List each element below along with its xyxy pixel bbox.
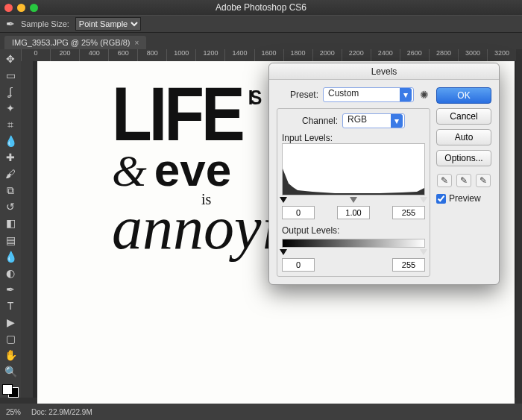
pen-tool[interactable]: ✒ [2,283,19,296]
input-gamma-slider[interactable] [350,197,357,203]
options-bar: ✒ Sample Size: Point Sample [0,15,522,33]
preset-select[interactable]: Custom [323,87,414,102]
document-tab-bar: IMG_3953.JPG @ 25% (RGB/8) × [0,33,522,49]
output-black-slider[interactable] [280,249,287,255]
ruler-tick: 1400 [224,49,254,61]
preset-menu-icon[interactable]: ✺ [418,89,430,101]
history-brush-tool[interactable]: ↺ [2,200,19,213]
app-title: Adobe Photoshop CS6 [0,2,522,13]
preview-checkbox[interactable] [436,194,446,204]
ruler-tick: 2200 [342,49,371,61]
ruler-tick: 1600 [254,49,283,61]
input-white-field[interactable] [392,206,425,219]
document-tab-label: IMG_3953.JPG @ 25% (RGB/8) [12,38,130,47]
input-gamma-field[interactable] [337,206,370,219]
ruler-tick: 1800 [283,49,312,61]
input-black-slider[interactable] [280,197,287,203]
output-levels-label: Output Levels: [282,225,425,236]
spot-heal-tool[interactable]: ✚ [2,151,19,164]
channel-select[interactable]: RGB [342,113,405,128]
status-zoom[interactable]: 25% [6,408,21,416]
lasso-tool[interactable]: ʆ [2,85,19,98]
ruler-tick: 3000 [458,49,487,61]
foreground-swatch[interactable] [2,384,13,395]
output-white-field[interactable] [392,258,425,272]
dodge-tool[interactable]: ◐ [2,266,19,280]
preset-label: Preset: [277,90,318,100]
tools-panel: ✥▭ʆ✦⌗💧✚🖌⧉↺◧▤💧◐✒T▶▢✋🔍 [0,49,21,398]
eraser-tool[interactable]: ◧ [2,216,19,230]
ruler-tick: 2800 [429,49,458,61]
gradient-tool[interactable]: ▤ [2,233,19,247]
ruler-tick: 2400 [371,49,400,61]
eyedropper-tool[interactable]: 💧 [2,134,19,148]
input-sliders[interactable] [282,197,425,204]
levels-dialog[interactable]: Levels Preset: Custom ✺ Channel: RGB Inp… [268,63,500,285]
ruler-tick: 400 [79,49,108,61]
status-bar: 25% Doc: 22.9M/22.9M [0,404,522,420]
titlebar: Adobe Photoshop CS6 [0,0,522,15]
marquee-tool[interactable]: ▭ [2,69,19,82]
active-tool-icon: ✒ [6,18,15,30]
zoom-tool[interactable]: 🔍 [2,365,19,378]
ruler-tick: 800 [137,49,166,61]
document-tab[interactable]: IMG_3953.JPG @ 25% (RGB/8) × [4,36,146,49]
clone-stamp-tool[interactable]: ⧉ [2,184,19,197]
ok-button[interactable]: OK [436,87,491,104]
white-point-eyedropper-icon[interactable]: ✎ [476,174,491,187]
cancel-button[interactable]: Cancel [436,108,491,125]
ruler-tick: 200 [50,49,79,61]
output-sliders[interactable] [282,249,425,257]
output-white-slider[interactable] [420,249,427,255]
preview-label: Preview [449,193,481,204]
black-point-eyedropper-icon[interactable]: ✎ [437,174,452,187]
output-black-field[interactable] [282,258,315,272]
histogram [282,143,425,195]
input-black-field[interactable] [282,206,315,219]
magic-wand-tool[interactable]: ✦ [2,101,19,115]
art-line1-main: LIFE [112,72,242,157]
path-select-tool[interactable]: ▶ [2,316,19,329]
ruler-tick: 2000 [312,49,342,61]
brush-tool[interactable]: 🖌 [2,167,19,181]
preview-checkbox-row[interactable]: Preview [436,193,491,204]
input-white-slider[interactable] [420,197,427,203]
blur-tool[interactable]: 💧 [2,250,19,263]
color-swatches[interactable] [2,384,19,398]
document-tab-close[interactable]: × [135,39,139,47]
hand-tool[interactable]: ✋ [2,348,19,362]
ruler-tick: 0 [21,49,50,61]
input-levels-label: Input Levels: [282,133,425,143]
ruler-tick: 1000 [166,49,195,61]
gray-point-eyedropper-icon[interactable]: ✎ [456,174,471,187]
ruler-horizontal: 0200400600800100012001400160018002000220… [21,49,516,61]
ruler-tick: 600 [108,49,137,61]
ruler-vertical [21,61,33,398]
sample-size-label: Sample Size: [21,19,69,28]
art-line1-side: IS [248,86,260,110]
sample-size-select[interactable]: Point Sample [75,17,141,31]
channel-label: Channel: [302,116,338,126]
output-gradient [282,239,425,248]
type-tool[interactable]: T [2,299,19,313]
ruler-tick: 1200 [195,49,224,61]
auto-button[interactable]: Auto [436,129,491,145]
shape-tool[interactable]: ▢ [2,332,19,345]
options-button[interactable]: Options... [436,150,491,166]
ruler-tick: 3200 [487,49,516,61]
status-docsize: Doc: 22.9M/22.9M [31,408,92,416]
ruler-tick: 2600 [400,49,429,61]
move-tool[interactable]: ✥ [2,52,19,66]
crop-tool[interactable]: ⌗ [2,118,19,131]
levels-dialog-title[interactable]: Levels [269,63,499,80]
